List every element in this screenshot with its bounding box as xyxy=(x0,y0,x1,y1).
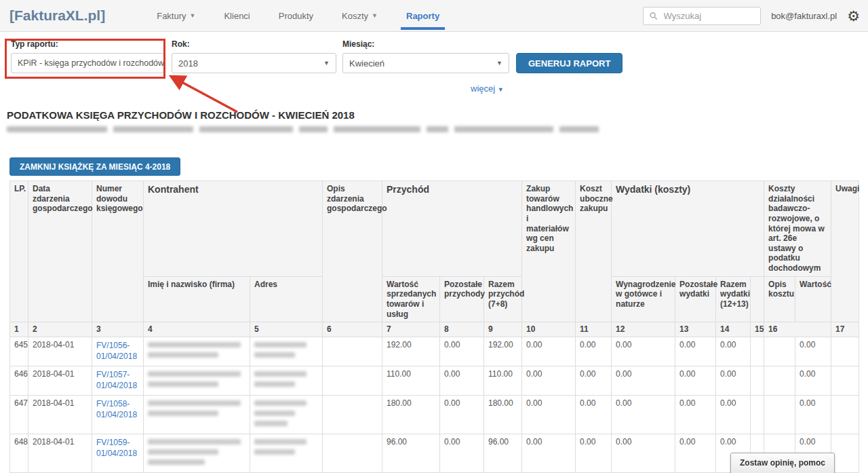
chevron-down-icon: ▼ xyxy=(498,86,504,93)
redacted-text xyxy=(254,449,295,455)
nav-item-faktury[interactable]: Faktury ▼ xyxy=(142,0,210,32)
cell-purchase: 0.00 xyxy=(522,366,576,396)
document-link[interactable]: FV/1057-01/04/2018 xyxy=(96,369,137,391)
cell-lp: 645 xyxy=(10,337,28,366)
cell-lp: 648 xyxy=(10,434,28,473)
month-label: Miesiąc: xyxy=(342,39,374,49)
cell-income-total: 192.00 xyxy=(484,337,522,366)
month-value: Kwiecień xyxy=(349,58,384,69)
cell-income-sold: 192.00 xyxy=(382,337,440,366)
col-header-rd-value: Wartość xyxy=(795,276,831,322)
close-book-button[interactable]: ZAMKNIJ KSIĄŻKĘ ZA MIESIĄC 4-2018 xyxy=(9,157,180,176)
app-logo[interactable]: [FakturaXL.pl] xyxy=(9,7,105,24)
nav-item-label: Faktury xyxy=(157,11,186,21)
report-filter-bar: Typ raportu: KPiR - księga przychodów i … xyxy=(0,32,868,100)
col-header-expenses-total: Razem wydatki (12+13) xyxy=(716,276,751,322)
nav-item-label: Koszty xyxy=(342,11,368,21)
cell-wages: 0.00 xyxy=(612,396,675,434)
column-number: 14 xyxy=(716,322,751,337)
col-header-rd-costs: Koszty działalności badawczo-rozwojowe, … xyxy=(764,181,831,277)
column-number: 8 xyxy=(440,322,484,337)
document-link[interactable]: FV/1056-01/04/2018 xyxy=(96,340,137,362)
column-number: 4 xyxy=(144,322,250,337)
col-group-expenses: Wydatki (koszty) xyxy=(612,181,764,277)
nav-item-klienci[interactable]: Klienci xyxy=(210,0,264,32)
col-header-rd-desc: Opis kosztu xyxy=(764,276,795,322)
chevron-down-icon: ▼ xyxy=(372,12,378,19)
search-box xyxy=(643,7,761,25)
redacted-text xyxy=(148,449,218,455)
gear-icon[interactable]: ⚙ xyxy=(847,9,860,23)
year-select[interactable]: 2018 ▼ xyxy=(172,53,336,73)
col-header-blank-15 xyxy=(751,276,764,322)
col-header-income-sold: Wartość sprzedanych towarów i usług xyxy=(382,276,440,322)
cell-purchase: 0.00 xyxy=(522,337,576,366)
cell-wages: 0.00 xyxy=(612,434,675,473)
cell-contractor-address xyxy=(250,434,323,473)
year-label: Rok: xyxy=(172,39,190,49)
cell-income-other: 0.00 xyxy=(440,434,484,473)
document-link[interactable]: FV/1058-01/04/2018 xyxy=(96,398,137,420)
report-type-select[interactable]: KPiR - księga przychodów i rozchodów ▼ xyxy=(11,53,164,73)
redacted-text xyxy=(254,439,307,444)
nav-item-raporty[interactable]: Raporty xyxy=(392,0,454,32)
cell-wages: 0.00 xyxy=(612,337,675,366)
cell-income-sold: 110.00 xyxy=(382,366,440,396)
column-number: 10 xyxy=(522,322,576,337)
redacted-text xyxy=(254,342,307,347)
col-header-contractor-name: Imię i nazwisko (firma) xyxy=(144,276,250,322)
cell-contractor-address xyxy=(250,366,323,396)
redacted-text xyxy=(148,352,218,358)
chevron-down-icon: ▼ xyxy=(323,60,330,67)
cell-lp: 647 xyxy=(10,396,28,434)
column-number: 11 xyxy=(576,322,612,337)
column-number: 16 xyxy=(764,322,831,337)
column-numbers-row: 1234567891011121314151617 xyxy=(10,322,859,337)
document-link[interactable]: FV/1059-01/04/2018 xyxy=(96,437,137,459)
col-header-income-total: Razem przychód (7+8) xyxy=(484,276,522,322)
cell-doc-number: FV/1059-01/04/2018 xyxy=(92,434,144,473)
cell-rd-value: 0.00 xyxy=(795,396,831,434)
report-type-value: KPiR - księga przychodów i rozchodów xyxy=(18,58,164,68)
cell-rd-desc xyxy=(764,337,795,366)
column-number: 6 xyxy=(323,322,382,337)
cell-lp: 646 xyxy=(10,366,28,396)
col-header-contractor-address: Adres xyxy=(250,276,323,322)
table-row: 6452018-04-01FV/1056-01/04/2018192.000.0… xyxy=(10,337,859,366)
cell-other-expenses: 0.00 xyxy=(675,396,716,434)
redacted-text xyxy=(254,400,307,406)
cell-doc-number: FV/1057-01/04/2018 xyxy=(92,366,144,396)
search-input[interactable] xyxy=(663,10,755,22)
cell-contractor-address xyxy=(250,337,323,366)
account-email[interactable]: bok@fakturaxl.pl xyxy=(771,11,837,21)
cell-rd-value: 0.00 xyxy=(795,337,831,366)
column-number: 5 xyxy=(250,322,323,337)
nav-item-koszty[interactable]: Koszty ▼ xyxy=(328,0,392,32)
cell-contractor-address xyxy=(250,396,323,434)
cell-doc-number: FV/1056-01/04/2018 xyxy=(92,337,144,366)
cell-other-expenses: 0.00 xyxy=(675,434,716,473)
cell-rd-value: 0.00 xyxy=(795,366,831,396)
cell-income-sold: 96.00 xyxy=(382,434,440,473)
redacted-text xyxy=(254,421,288,426)
column-number: 2 xyxy=(28,322,92,337)
cell-col-15 xyxy=(751,366,764,396)
cell-expenses-total: 0.00 xyxy=(716,396,751,434)
cell-income-other: 0.00 xyxy=(440,337,484,366)
more-link[interactable]: więcej ▼ xyxy=(471,83,504,94)
cell-event-desc xyxy=(323,366,382,396)
nav-item-produkty[interactable]: Produkty xyxy=(264,0,328,32)
col-header-lp: LP. xyxy=(10,181,28,322)
table-row: 6472018-04-01FV/1058-01/04/2018180.000.0… xyxy=(10,396,859,434)
month-select[interactable]: Kwiecień ▼ xyxy=(342,53,509,73)
active-tab-indicator xyxy=(401,27,445,30)
col-header-side-costs: Koszt uboczne zakupu xyxy=(576,181,612,322)
cell-wages: 0.00 xyxy=(612,366,675,396)
redacted-text xyxy=(148,439,241,444)
feedback-button[interactable]: Zostaw opinię, pomoc xyxy=(730,453,835,473)
more-link-label: więcej xyxy=(471,83,495,94)
redacted-text xyxy=(148,411,218,416)
col-group-income: Przychód xyxy=(382,181,522,277)
generate-report-button[interactable]: GENERUJ RAPORT xyxy=(516,53,623,73)
year-value: 2018 xyxy=(178,58,198,69)
